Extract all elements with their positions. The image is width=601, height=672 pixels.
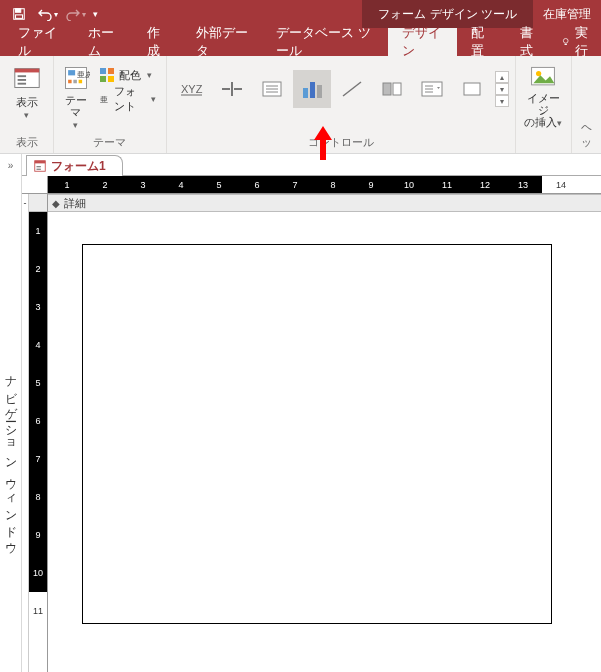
document-tab-form1[interactable]: フォーム1 <box>26 155 123 176</box>
form-canvas[interactable] <box>48 212 601 672</box>
control-listbox[interactable] <box>413 70 451 108</box>
svg-rect-2 <box>16 15 23 19</box>
svg-rect-45 <box>37 169 41 170</box>
group-views-label: 表示 <box>6 133 47 153</box>
tab-format[interactable]: 書式 <box>506 28 555 56</box>
image-icon <box>529 64 557 90</box>
undo-button[interactable]: ▾ <box>34 2 60 26</box>
tab-tell-me[interactable]: 実行 <box>555 28 601 56</box>
group-image: イメージの挿入▾ ヘッ <box>516 56 572 153</box>
redo-button[interactable]: ▾ <box>62 2 88 26</box>
svg-rect-18 <box>108 76 114 82</box>
gallery-up-icon[interactable]: ▴ <box>495 71 509 83</box>
svg-rect-16 <box>108 68 114 74</box>
form-view-icon <box>12 64 42 94</box>
contextual-tab-header: フォーム デザイン ツール <box>362 0 533 28</box>
horizontal-ruler[interactable]: 1234567891011121314 <box>48 176 601 194</box>
workspace: » ナビゲーション ウィンドウ フォーム1 123456789101112131… <box>0 154 601 672</box>
tab-file[interactable]: ファイル <box>4 28 74 56</box>
section-header-detail[interactable]: ◆ 詳細 <box>48 194 601 212</box>
button-icon <box>260 79 284 99</box>
tab-external-data[interactable]: 外部データ <box>182 28 262 56</box>
chevron-right-icon: » <box>8 154 14 177</box>
svg-rect-12 <box>68 80 72 84</box>
form-icon <box>33 159 47 173</box>
ribbon: 表示▾ 表示 亜あ テーマ▾ 配色▾ 亜 フォント▾ テーマ <box>0 56 601 154</box>
rectangle-icon <box>460 79 484 99</box>
context-tab-label: フォーム デザイン ツール <box>362 0 533 28</box>
gallery-down-icon[interactable]: ▾ <box>495 83 509 95</box>
group-controls: XYZ ▴ ▾ ▾ コントロール <box>167 56 516 153</box>
themes-button[interactable]: 亜あ テーマ▾ <box>60 60 91 131</box>
ribbon-tabs: ファイル ホーム 作成 外部データ データベース ツール デザイン 配置 書式 … <box>0 28 601 56</box>
label-icon: XYZ <box>180 79 204 99</box>
control-toggle[interactable] <box>373 70 411 108</box>
nav-pane-collapsed[interactable]: » ナビゲーション ウィンドウ <box>0 154 22 672</box>
svg-rect-17 <box>100 76 106 82</box>
line-icon <box>340 79 364 99</box>
group-header-truncated: ヘッ <box>572 56 601 153</box>
save-button[interactable] <box>6 2 32 26</box>
svg-rect-34 <box>393 83 401 95</box>
ruler-corner[interactable] <box>22 176 48 194</box>
section-marker-icon: ◆ <box>52 198 60 209</box>
design-surface[interactable]: ◆ 詳細 <box>48 194 601 672</box>
ruler-marker-gutter: - <box>22 194 29 672</box>
tab-arrange[interactable]: 配置 <box>457 28 506 56</box>
document-tabs: フォーム1 <box>22 154 601 176</box>
control-textbox[interactable] <box>213 70 251 108</box>
tab-database-tools[interactable]: データベース ツール <box>262 28 387 56</box>
document-area: フォーム1 1234567891011121314 - 123456789101… <box>22 154 601 672</box>
svg-text:亜: 亜 <box>100 95 108 104</box>
chart-icon <box>300 78 324 100</box>
colors-button[interactable]: 配色▾ <box>95 64 160 86</box>
svg-rect-29 <box>303 88 308 98</box>
svg-rect-43 <box>35 161 46 164</box>
views-button[interactable]: 表示▾ <box>6 60 47 121</box>
control-line[interactable] <box>333 70 371 108</box>
listbox-icon <box>420 79 444 99</box>
horizontal-ruler-row: 1234567891011121314 <box>22 176 601 194</box>
svg-rect-33 <box>383 83 391 95</box>
fonts-icon: 亜 <box>99 91 110 107</box>
gallery-more-icon[interactable]: ▾ <box>495 95 509 107</box>
insert-image-button[interactable]: イメージの挿入▾ <box>522 60 565 129</box>
control-label[interactable]: XYZ <box>173 70 211 108</box>
nav-pane-label: ナビゲーション ウィンドウ <box>2 367 19 550</box>
svg-rect-10 <box>68 70 75 75</box>
control-button[interactable] <box>253 70 291 108</box>
tab-create[interactable]: 作成 <box>133 28 182 56</box>
svg-rect-30 <box>310 82 315 98</box>
svg-point-3 <box>564 38 569 43</box>
textbox-icon <box>220 79 244 99</box>
group-themes: 亜あ テーマ▾ 配色▾ 亜 フォント▾ テーマ <box>54 56 167 153</box>
fonts-button[interactable]: 亜 フォント▾ <box>95 88 160 110</box>
svg-rect-7 <box>17 79 25 81</box>
lightbulb-icon <box>561 36 570 48</box>
svg-rect-31 <box>317 85 322 98</box>
gallery-scroll[interactable]: ▴ ▾ ▾ <box>495 71 509 107</box>
svg-text:XYZ: XYZ <box>181 83 203 95</box>
tab-home[interactable]: ホーム <box>74 28 133 56</box>
svg-rect-8 <box>17 83 25 85</box>
svg-line-32 <box>343 82 361 96</box>
toggle-icon <box>380 79 404 99</box>
themes-icon: 亜あ <box>62 64 90 92</box>
vertical-ruler[interactable]: 1234567891011 <box>29 194 47 672</box>
svg-rect-39 <box>464 83 480 95</box>
svg-point-41 <box>536 71 541 76</box>
control-chart[interactable] <box>293 70 331 108</box>
svg-rect-14 <box>78 80 82 84</box>
control-rectangle[interactable] <box>453 70 491 108</box>
group-themes-label: テーマ <box>60 133 160 153</box>
svg-rect-15 <box>100 68 106 74</box>
svg-rect-44 <box>37 166 41 167</box>
svg-rect-13 <box>73 80 77 84</box>
svg-rect-1 <box>16 9 21 13</box>
form-rectangle[interactable] <box>82 244 552 624</box>
svg-text:亜あ: 亜あ <box>76 70 89 79</box>
tab-design[interactable]: デザイン <box>388 28 458 56</box>
svg-rect-6 <box>17 75 25 77</box>
svg-rect-5 <box>14 69 38 73</box>
qat-customize[interactable]: ▾ <box>90 2 100 26</box>
